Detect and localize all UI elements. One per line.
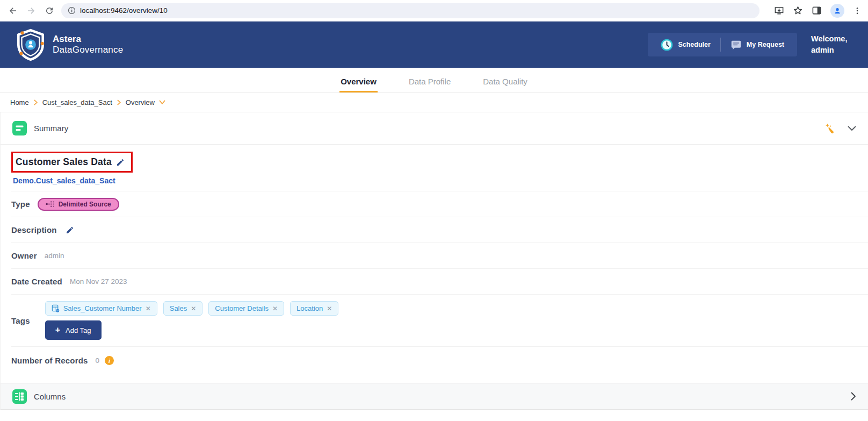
breadcrumb-home[interactable]: Home: [10, 98, 29, 106]
tag-chip[interactable]: Sales_Customer Number ✕: [45, 301, 157, 316]
tag-chip[interactable]: Customer Details ✕: [208, 301, 284, 316]
tab-overview[interactable]: Overview: [339, 72, 378, 92]
date-created-value: Mon Nov 27 2023: [70, 277, 127, 286]
type-label: Type: [11, 199, 30, 209]
clock-icon: [661, 39, 673, 51]
owner-row: Owner admin: [11, 242, 868, 268]
owner-value: admin: [45, 252, 64, 260]
page-tabs: Overview Data Profile Data Quality: [0, 68, 868, 92]
astera-shield-logo: [14, 28, 47, 61]
reload-button-icon[interactable]: [43, 4, 56, 17]
delimited-source-icon: [46, 201, 55, 207]
summary-icon: [12, 121, 27, 135]
breadcrumb: Home Cust_sales_data_Sact Overview: [0, 92, 868, 112]
tag-remove-icon[interactable]: ✕: [146, 305, 151, 312]
summary-section-header[interactable]: Summary: [1, 112, 868, 145]
breadcrumb-dropdown-icon[interactable]: [159, 100, 165, 105]
columns-expand-chevron-icon[interactable]: [851, 392, 856, 401]
plus-icon: +: [55, 325, 60, 335]
welcome-line2: admin: [811, 45, 854, 56]
tab-data-quality[interactable]: Data Quality: [482, 72, 529, 92]
records-value: 0: [96, 356, 100, 365]
tag-remove-icon[interactable]: ✕: [191, 305, 196, 312]
tag-chip-label: Location: [296, 304, 323, 312]
header-actions: Scheduler My Request: [648, 33, 797, 56]
description-row: Description: [11, 217, 868, 242]
description-label: Description: [11, 225, 57, 234]
my-request-button[interactable]: My Request: [721, 39, 794, 51]
tag-chip-label: Customer Details: [215, 304, 269, 312]
bookmark-star-icon[interactable]: [793, 5, 803, 16]
profile-avatar-icon[interactable]: [830, 4, 844, 18]
ai-magic-edit-icon[interactable]: [824, 123, 836, 134]
browser-toolbar-icons: [774, 4, 862, 18]
url-bar[interactable]: localhost:9462/overview/10: [61, 3, 760, 18]
brand-wordmark: Astera DataGovernance: [53, 34, 123, 55]
side-panel-icon[interactable]: [812, 5, 822, 16]
type-row: Type Delimited Source: [11, 191, 868, 217]
scheduler-button[interactable]: Scheduler: [651, 39, 720, 51]
chat-message-icon: [730, 39, 742, 51]
install-app-icon[interactable]: [774, 5, 784, 16]
tag-chips: Sales_Customer Number ✕ Sales ✕ Customer…: [45, 301, 339, 316]
date-created-label: Date Created: [11, 277, 62, 286]
browser-chrome: localhost:9462/overview/10: [0, 0, 868, 22]
brand-line2: DataGovernance: [53, 45, 123, 55]
type-badge: Delimited Source: [38, 198, 119, 211]
records-row: Number of Records 0 i: [11, 346, 868, 374]
tag-table-icon: [52, 304, 60, 312]
site-info-icon[interactable]: [68, 6, 76, 15]
date-created-row: Date Created Mon Nov 27 2023: [11, 268, 868, 294]
tag-chip[interactable]: Sales ✕: [163, 301, 203, 316]
tags-label: Tags: [11, 316, 30, 325]
welcome-text: Welcome, admin: [811, 33, 854, 56]
add-tag-label: Add Tag: [66, 326, 91, 334]
edit-title-pencil-icon[interactable]: [116, 158, 125, 167]
brand-line1: Astera: [53, 34, 123, 45]
tab-data-profile[interactable]: Data Profile: [408, 72, 452, 92]
browser-menu-icon[interactable]: [853, 6, 862, 15]
summary-title: Summary: [34, 124, 68, 133]
records-info-icon[interactable]: i: [105, 356, 114, 365]
breadcrumb-current[interactable]: Overview: [126, 98, 155, 106]
back-button-icon[interactable]: [6, 4, 19, 17]
columns-icon: [12, 389, 27, 404]
my-request-label: My Request: [747, 41, 784, 48]
breadcrumb-separator-icon: [117, 99, 121, 105]
breadcrumb-dataset[interactable]: Cust_sales_data_Sact: [42, 98, 112, 106]
type-badge-label: Delimited Source: [59, 201, 111, 208]
tag-chip[interactable]: Location ✕: [290, 301, 338, 316]
scheduler-label: Scheduler: [678, 41, 710, 48]
add-tag-button[interactable]: + Add Tag: [45, 320, 102, 340]
annotation-highlight-box: Customer Sales Data: [11, 152, 133, 173]
summary-collapse-chevron-icon[interactable]: [848, 126, 856, 131]
welcome-line1: Welcome,: [811, 33, 854, 45]
forward-button-icon[interactable]: [25, 4, 38, 17]
url-text: localhost:9462/overview/10: [80, 6, 168, 15]
asset-title: Customer Sales Data: [16, 156, 112, 168]
columns-section-header[interactable]: Columns: [1, 383, 868, 410]
records-label: Number of Records: [11, 356, 88, 365]
edit-description-pencil-icon[interactable]: [66, 226, 74, 234]
columns-title: Columns: [34, 392, 66, 401]
asset-qualified-name-link[interactable]: Demo.Cust_sales_data_Sact: [13, 176, 115, 185]
owner-label: Owner: [11, 251, 37, 260]
tag-remove-icon[interactable]: ✕: [327, 305, 332, 312]
tag-chip-label: Sales_Customer Number: [63, 304, 142, 312]
tag-remove-icon[interactable]: ✕: [272, 305, 278, 312]
app-header: Astera DataGovernance Scheduler My Reque…: [0, 22, 868, 68]
breadcrumb-separator-icon: [33, 99, 38, 105]
tag-chip-label: Sales: [170, 304, 187, 312]
tags-row: Tags Sales_Customer Number ✕ Sales ✕: [11, 294, 868, 346]
